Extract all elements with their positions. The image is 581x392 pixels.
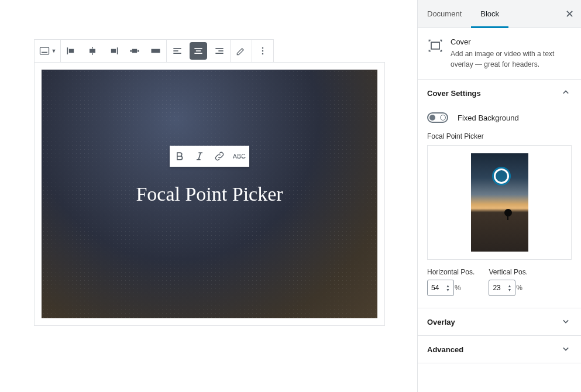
svg-rect-28 [431, 42, 439, 49]
focal-point-marker[interactable] [494, 169, 509, 184]
focal-point-image [471, 153, 528, 252]
svg-rect-6 [90, 49, 95, 53]
italic-icon [194, 150, 205, 162]
step-up-icon: ▲ [507, 284, 511, 288]
svg-point-23 [262, 50, 264, 52]
fixed-background-toggle[interactable] [427, 112, 448, 123]
block-card-title: Cover [451, 37, 572, 46]
align-center-button[interactable] [82, 40, 103, 62]
chevron-down-icon [560, 343, 572, 356]
focal-point-picker-preview[interactable] [427, 145, 572, 260]
percent-label: % [455, 284, 461, 292]
svg-point-24 [262, 53, 264, 55]
panel-overlay-header[interactable]: Overlay [418, 308, 581, 335]
tab-block[interactable]: Block [471, 0, 508, 28]
svg-rect-12 [152, 49, 160, 53]
text-align-left-icon [171, 45, 183, 57]
close-sidebar-button[interactable]: ✕ [562, 7, 576, 21]
block-type-switcher[interactable]: ▼ [35, 40, 60, 62]
svg-line-27 [198, 153, 200, 160]
vertical-pos-field: Vertical Pos. ▲▼ % [489, 268, 528, 296]
step-down-icon: ▼ [446, 288, 450, 292]
svg-point-22 [262, 47, 264, 49]
svg-rect-1 [42, 52, 47, 53]
text-align-center-icon [192, 45, 204, 57]
align-full-button[interactable] [145, 40, 166, 62]
svg-rect-11 [132, 49, 137, 53]
bold-icon [174, 150, 185, 162]
bold-button[interactable] [170, 146, 190, 167]
svg-rect-7 [117, 47, 118, 54]
percent-label: % [516, 284, 522, 292]
svg-rect-9 [130, 50, 132, 51]
content-align-center-button[interactable] [190, 42, 207, 60]
svg-rect-3 [69, 49, 74, 53]
panel-cover-settings-header[interactable]: Cover Settings [418, 80, 581, 106]
align-center-icon [87, 45, 98, 57]
sidebar-tabs: Document Block ✕ [418, 0, 581, 28]
chevron-up-icon [560, 87, 572, 100]
cover-block[interactable]: ABC Focal Point Picker [42, 70, 377, 318]
chevron-down-icon: ▼ [51, 48, 57, 54]
align-right-button[interactable] [103, 40, 124, 62]
step-up-icon: ▲ [446, 284, 450, 288]
svg-rect-2 [67, 47, 68, 54]
align-left-button[interactable] [61, 40, 82, 62]
panel-title: Cover Settings [427, 89, 481, 98]
block-card-description: Add an image or video with a text overla… [451, 49, 572, 70]
panel-title: Overlay [427, 318, 455, 326]
chevron-down-icon [560, 315, 572, 329]
cover-icon [39, 45, 50, 57]
strikethrough-button[interactable]: ABC [229, 146, 249, 167]
svg-rect-0 [40, 47, 49, 54]
inspector-sidebar: Document Block ✕ Cover Add an image or v… [417, 0, 581, 392]
close-icon: ✕ [565, 8, 574, 20]
horizontal-pos-label: Horizontal Pos. [427, 268, 475, 276]
vertical-pos-input[interactable] [489, 280, 515, 296]
more-options-button[interactable] [252, 40, 273, 62]
panel-advanced: Advanced [418, 336, 581, 363]
horizontal-pos-stepper[interactable]: ▲▼ [446, 284, 450, 292]
panel-title: Advanced [427, 345, 463, 354]
cover-title-text[interactable]: Focal Point Picker [136, 183, 283, 205]
panel-overlay: Overlay [418, 308, 581, 336]
align-right-icon [108, 45, 119, 57]
block-toolbar: ▼ [34, 39, 274, 63]
content-align-left-button[interactable] [167, 40, 188, 62]
fixed-background-row: Fixed Background [427, 106, 572, 132]
content-align-right-button[interactable] [209, 40, 230, 62]
horizontal-pos-field: Horizontal Pos. ▲▼ % [427, 268, 475, 296]
horizontal-pos-input[interactable] [427, 280, 454, 296]
block-card: Cover Add an image or video with a text … [418, 28, 581, 80]
tab-document[interactable]: Document [418, 0, 471, 28]
vertical-pos-stepper[interactable]: ▲▼ [507, 284, 511, 292]
more-vertical-icon [257, 45, 269, 57]
text-align-right-icon [214, 45, 225, 57]
align-wide-icon [129, 45, 140, 57]
cover-block-icon [427, 37, 444, 51]
cover-block-wrapper[interactable]: ▼ [34, 62, 385, 326]
strikethrough-icon: ABC [233, 153, 246, 160]
italic-button[interactable] [190, 146, 209, 167]
tree-silhouette [504, 209, 512, 216]
fixed-background-label: Fixed Background [458, 114, 519, 122]
svg-rect-8 [111, 49, 116, 53]
svg-rect-4 [92, 47, 93, 49]
vertical-pos-label: Vertical Pos. [489, 268, 528, 276]
panel-advanced-header[interactable]: Advanced [418, 336, 581, 363]
pencil-icon [235, 45, 247, 57]
svg-rect-10 [137, 50, 139, 51]
svg-rect-5 [92, 53, 93, 55]
align-left-icon [66, 45, 77, 57]
link-icon [214, 150, 225, 162]
align-full-icon [150, 45, 161, 57]
editor-canvas: ▼ [0, 0, 417, 392]
step-down-icon: ▼ [507, 288, 511, 292]
align-wide-button[interactable] [124, 40, 145, 62]
panel-cover-settings: Cover Settings Fixed Background Focal Po… [418, 80, 581, 308]
focal-point-picker-label: Focal Point Picker [427, 132, 572, 140]
edit-media-button[interactable] [231, 40, 252, 62]
link-button[interactable] [209, 146, 229, 167]
inline-text-toolbar: ABC [170, 146, 249, 167]
